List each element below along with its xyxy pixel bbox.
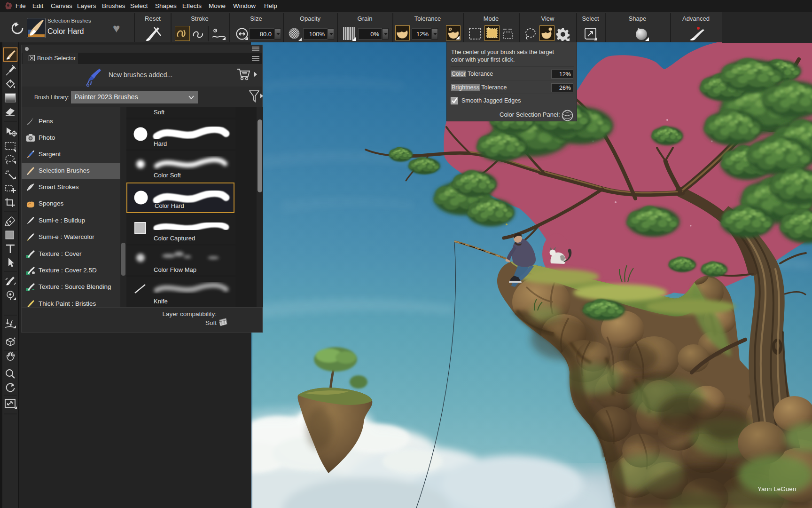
svg-text:Yann LeGuen: Yann LeGuen (757, 485, 796, 492)
